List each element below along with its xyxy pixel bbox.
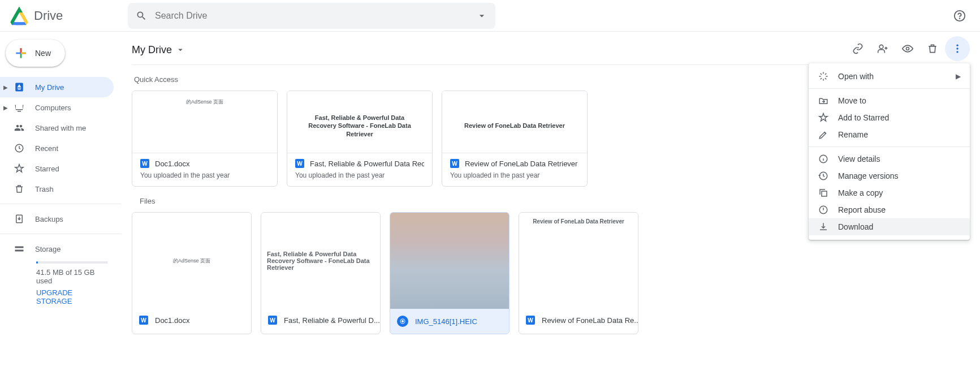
nav-label: Recent — [35, 144, 58, 153]
new-button[interactable]: New — [6, 40, 65, 67]
header: Drive — [0, 0, 980, 32]
storage-bar — [36, 261, 108, 264]
menu-view-details[interactable]: View details — [809, 150, 970, 167]
quick-access-card[interactable]: Fast, Reliable & Powerful Data Recovery … — [287, 90, 433, 187]
search-input[interactable] — [155, 11, 468, 21]
report-icon — [818, 205, 829, 215]
svg-point-7 — [956, 48, 958, 49]
nav-recent[interactable]: Recent — [0, 138, 114, 158]
eye-icon — [902, 43, 913, 54]
search-icon — [136, 10, 147, 21]
menu-manage-versions[interactable]: Manage versions — [809, 167, 970, 184]
nav-storage[interactable]: Storage — [0, 239, 114, 259]
nav-shared[interactable]: Shared with me — [0, 118, 114, 138]
word-icon: W — [526, 316, 535, 325]
menu-add-starred[interactable]: Add to Starred — [809, 109, 970, 126]
nav-label: Storage — [35, 245, 61, 253]
file-thumbnail: 的AdSense 页面 — [132, 213, 251, 309]
word-icon: W — [450, 159, 459, 168]
quick-access-card[interactable]: 的AdSense 页面 WDoc1.docx You uploaded in t… — [132, 90, 278, 187]
nav-starred[interactable]: Starred — [0, 158, 114, 179]
svg-point-12 — [402, 320, 404, 322]
word-icon: W — [268, 316, 277, 325]
file-thumbnail: Review of FoneLab Data Retriever — [442, 91, 587, 153]
remove-button[interactable] — [920, 36, 945, 61]
file-name: Doc1.docx — [155, 159, 189, 168]
menu-rename[interactable]: Rename — [809, 126, 970, 143]
rename-icon — [818, 130, 829, 140]
menu-label: View details — [838, 154, 880, 163]
shared-icon — [14, 123, 25, 133]
move-icon — [818, 96, 829, 106]
nav-label: Backups — [35, 215, 63, 223]
svg-point-8 — [956, 51, 958, 53]
svg-point-4 — [879, 45, 883, 49]
search-dropdown-icon[interactable] — [476, 10, 487, 21]
new-button-label: New — [35, 49, 51, 58]
word-icon: W — [295, 159, 304, 168]
file-card[interactable]: IMG_5146[1].HEIC — [390, 212, 510, 334]
file-card[interactable]: Review of FoneLab Data Retriever WReview… — [519, 212, 638, 334]
nav-label: Shared with me — [35, 124, 86, 132]
menu-label: Manage versions — [838, 171, 899, 180]
file-name: Review of FoneLab Data Retriever - t... — [465, 159, 579, 168]
storage-info: 41.5 MB of 15 GB used UPGRADE STORAGE — [0, 259, 122, 305]
copy-icon — [818, 188, 829, 198]
breadcrumb-label: My Drive — [132, 44, 172, 56]
nav-label: Trash — [35, 185, 54, 193]
share-button[interactable] — [870, 36, 895, 61]
help-icon — [953, 10, 966, 22]
trash-icon — [927, 43, 938, 54]
toolbar: Open with ▶ Move to Add to Starred R — [845, 36, 970, 61]
preview-button[interactable] — [895, 36, 920, 61]
storage-used-text: 41.5 MB of 15 GB used — [36, 268, 108, 285]
file-name: IMG_5146[1].HEIC — [415, 317, 477, 326]
menu-report-abuse[interactable]: Report abuse — [809, 201, 970, 218]
computers-icon — [14, 102, 25, 113]
file-name: Doc1.docx — [155, 316, 189, 325]
info-icon — [818, 154, 829, 164]
upgrade-storage-link[interactable]: UPGRADE STORAGE — [36, 288, 108, 305]
star-icon — [14, 163, 25, 174]
file-subtitle: You uploaded in the past year — [295, 171, 424, 179]
more-actions-button[interactable] — [945, 36, 970, 61]
clock-icon — [14, 143, 25, 153]
nav-list: ▶ My Drive ▶ Computers Shared with me Re… — [0, 77, 122, 305]
chevron-right-icon: ▶ — [956, 72, 961, 80]
person-add-icon — [877, 43, 888, 54]
nav-label: Starred — [35, 165, 59, 173]
nav-trash[interactable]: Trash — [0, 179, 114, 199]
separator — [809, 88, 970, 89]
get-link-button[interactable] — [845, 36, 870, 61]
file-thumbnail: Fast, Reliable & Powerful Data Recovery … — [287, 91, 432, 153]
logo[interactable]: Drive — [9, 6, 128, 26]
image-icon — [397, 316, 408, 327]
menu-make-copy[interactable]: Make a copy — [809, 184, 970, 201]
chevron-right-icon[interactable]: ▶ — [3, 84, 8, 90]
search-bar[interactable] — [128, 3, 495, 29]
file-card[interactable]: Fast, Reliable & Powerful Data Recovery … — [261, 212, 381, 334]
file-card[interactable]: 的AdSense 页面 WDoc1.docx — [132, 212, 252, 334]
svg-point-6 — [956, 45, 958, 46]
separator — [809, 146, 970, 147]
quick-access-card[interactable]: Review of FoneLab Data Retriever WReview… — [442, 90, 588, 187]
menu-open-with[interactable]: Open with ▶ — [809, 68, 970, 85]
menu-label: Add to Starred — [838, 113, 889, 122]
breadcrumb[interactable]: My Drive — [132, 44, 185, 56]
nav-label: Computers — [35, 104, 71, 112]
context-menu: Open with ▶ Move to Add to Starred R — [809, 63, 970, 240]
nav-backups[interactable]: Backups — [0, 209, 114, 229]
menu-download[interactable]: Download — [809, 218, 970, 235]
drive-icon — [14, 82, 25, 92]
chevron-right-icon[interactable]: ▶ — [3, 105, 8, 111]
separator — [0, 204, 122, 204]
menu-move-to[interactable]: Move to — [809, 92, 970, 109]
help-button[interactable] — [948, 5, 971, 27]
nav-my-drive[interactable]: ▶ My Drive — [0, 77, 114, 97]
svg-point-1 — [960, 18, 960, 19]
word-icon: W — [139, 316, 148, 325]
file-subtitle: You uploaded in the past year — [140, 171, 269, 179]
svg-rect-10 — [822, 191, 827, 196]
nav-computers[interactable]: ▶ Computers — [0, 97, 114, 118]
star-icon — [818, 113, 829, 123]
